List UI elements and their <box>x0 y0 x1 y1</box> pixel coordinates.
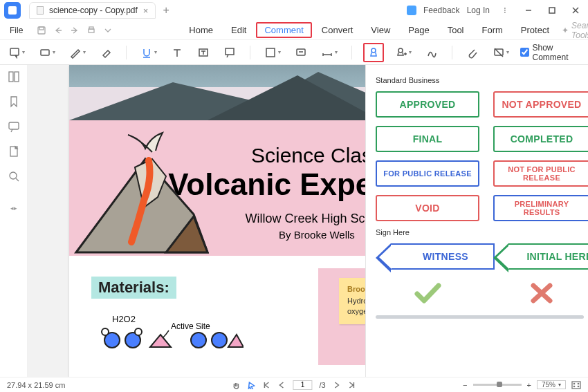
svg-marker-39 <box>228 335 244 347</box>
zoom-slider[interactable] <box>473 384 522 386</box>
signature-tool[interactable] <box>423 44 441 61</box>
redo-icon[interactable] <box>68 24 81 37</box>
svg-point-41 <box>573 383 574 384</box>
document-filename: science-copy - Copy.pdf <box>49 6 138 15</box>
comment-tool[interactable] <box>292 44 310 61</box>
panel-section-business: Standard Business <box>376 76 588 84</box>
stamp-checkmark[interactable] <box>376 281 479 306</box>
tab-view[interactable]: View <box>362 22 398 38</box>
search-tools[interactable]: Search Tools <box>562 21 588 40</box>
login-link[interactable]: Log In <box>467 6 490 15</box>
svg-rect-12 <box>226 48 234 55</box>
save-icon[interactable] <box>35 24 48 37</box>
svg-line-24 <box>16 178 19 181</box>
panel-scrollbar[interactable] <box>376 315 584 319</box>
close-window-button[interactable] <box>567 2 584 19</box>
tab-form[interactable]: Form <box>474 22 511 38</box>
kebab-menu-icon[interactable]: ⁝ <box>497 2 513 19</box>
first-page-icon[interactable] <box>262 381 270 389</box>
last-page-icon[interactable] <box>348 381 356 389</box>
stamp-final[interactable]: FINAL <box>376 126 479 152</box>
close-tab-icon[interactable]: × <box>143 6 149 16</box>
hand-tool-icon[interactable] <box>232 381 240 389</box>
attachment-tool[interactable] <box>463 44 481 61</box>
undo-icon[interactable] <box>52 24 64 37</box>
stamp-approved[interactable]: APPROVED <box>376 91 479 118</box>
measure-tool[interactable]: ▾ <box>318 44 340 61</box>
tab-home[interactable]: Home <box>181 22 221 38</box>
qat-dropdown-icon[interactable] <box>102 24 114 37</box>
stamp-witness[interactable]: WITNESS <box>391 243 495 270</box>
fit-page-icon[interactable] <box>571 381 581 389</box>
stamp-initial-here[interactable]: INITIAL HERE <box>508 243 588 270</box>
materials-heading: Materials: <box>91 277 176 299</box>
svg-marker-35 <box>150 335 171 347</box>
tab-tool[interactable]: Tool <box>439 22 472 38</box>
stamp-completed[interactable]: COMPLETED <box>493 126 588 152</box>
pencil-tool[interactable]: ▾ <box>66 44 89 61</box>
chemistry-doodle: H2O2 Active Site <box>91 312 296 357</box>
next-page-icon[interactable] <box>333 381 341 389</box>
tab-convert[interactable]: Convert <box>313 22 362 38</box>
prev-page-icon[interactable] <box>277 381 286 389</box>
document-viewport[interactable]: Science Class Volcanic Experiment Willow… <box>28 65 588 377</box>
minimize-button[interactable] <box>520 2 537 19</box>
stamp-preliminary[interactable]: PRELIMINARY RESULTS <box>493 195 588 221</box>
maximize-button[interactable] <box>544 2 560 19</box>
comment-panel-icon[interactable] <box>8 120 20 133</box>
side-panel: ◂▸ <box>0 65 28 377</box>
show-comment-label: Show Comment <box>533 43 583 62</box>
new-tab-button[interactable]: + <box>163 4 169 17</box>
callout-tool[interactable] <box>221 44 239 61</box>
custom-stamp-tool[interactable]: ▾ <box>392 44 414 61</box>
feedback-link[interactable]: Feedback <box>423 6 460 15</box>
sparkle-icon <box>562 26 569 35</box>
feedback-icon <box>407 6 416 15</box>
svg-point-16 <box>398 48 403 53</box>
svg-rect-1 <box>549 8 555 13</box>
select-tool-icon[interactable] <box>247 381 255 389</box>
bookmark-panel-icon[interactable] <box>8 95 20 108</box>
statusbar: 27.94 x 21.59 cm /3 − + 75%▾ <box>0 377 588 392</box>
volcano-illustration <box>69 131 228 256</box>
ribbon-tabs: Home Edit Comment Convert View Page Tool… <box>181 22 558 38</box>
print-icon[interactable] <box>85 24 98 37</box>
note-tool[interactable]: ▾ <box>6 44 28 61</box>
search-panel-icon[interactable] <box>8 170 20 183</box>
text-tool[interactable] <box>168 44 186 61</box>
zoom-out-button[interactable]: − <box>463 381 467 389</box>
svg-point-38 <box>212 333 227 348</box>
stamp-void[interactable]: VOID <box>376 195 479 221</box>
svg-rect-13 <box>266 48 275 57</box>
shape-tool[interactable]: ▾ <box>261 44 284 61</box>
highlight-tool[interactable]: ▾ <box>36 44 58 61</box>
tab-page[interactable]: Page <box>400 22 437 38</box>
zoom-level[interactable]: 75%▾ <box>537 380 566 389</box>
stamp-tool[interactable] <box>363 43 384 62</box>
zoom-in-button[interactable]: + <box>527 381 531 389</box>
eraser-tool[interactable] <box>97 44 115 61</box>
show-comment-toggle[interactable]: Show Comment <box>520 43 583 62</box>
show-comment-checkbox[interactable] <box>520 48 529 57</box>
sidebar-toggle-icon[interactable]: ◂▸ <box>10 205 17 212</box>
tab-comment[interactable]: Comment <box>256 22 311 38</box>
hide-comments-tool[interactable]: ▾ <box>490 44 512 61</box>
attachment-panel-icon[interactable] <box>8 145 20 158</box>
titlebar: science-copy - Copy.pdf × + Feedback Log… <box>0 0 588 21</box>
page-number-input[interactable] <box>293 380 312 390</box>
stamp-not-approved[interactable]: NOT APPROVED <box>493 91 588 118</box>
stamp-public-release[interactable]: FOR PUBLIC RELEASE <box>376 160 479 187</box>
stamp-cross[interactable] <box>493 281 588 306</box>
svg-point-37 <box>191 333 206 348</box>
textbox-tool[interactable] <box>194 44 212 61</box>
stamp-not-public-release[interactable]: NOT FOR PUBLIC RELEASE <box>493 160 588 187</box>
thumbnail-panel-icon[interactable] <box>8 71 20 83</box>
svg-point-34 <box>135 328 142 335</box>
svg-point-44 <box>578 386 578 386</box>
underline-tool[interactable]: ▾ <box>138 44 160 61</box>
file-menu[interactable]: File <box>4 24 28 37</box>
tab-edit[interactable]: Edit <box>223 22 255 38</box>
document-tab[interactable]: science-copy - Copy.pdf × <box>29 2 156 19</box>
search-tools-placeholder: Search Tools <box>571 21 588 40</box>
tab-protect[interactable]: Protect <box>513 22 558 38</box>
